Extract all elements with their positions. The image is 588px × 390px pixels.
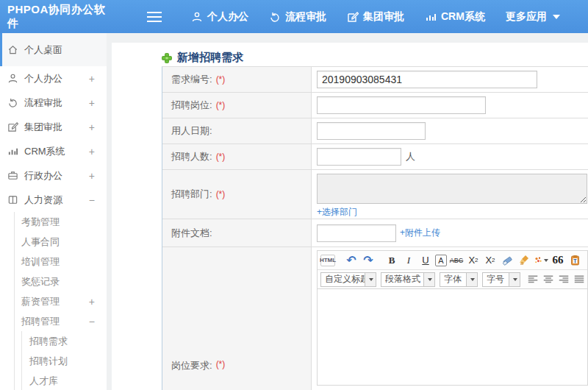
required-mark: (*) bbox=[216, 359, 226, 369]
field-cell bbox=[312, 67, 588, 92]
nav-group-approval[interactable]: 集团审批 bbox=[347, 10, 404, 24]
sidebar-item-admin-office[interactable]: 行政办公 + bbox=[0, 163, 107, 188]
recruit-submenu: 招聘需求 招聘计划 人才库 bbox=[21, 331, 107, 390]
collapse-toggle[interactable]: − bbox=[89, 316, 95, 327]
expand-toggle[interactable]: + bbox=[89, 296, 95, 308]
required-mark: (*) bbox=[216, 152, 226, 162]
sidebar-item-recruit-demand[interactable]: 招聘需求 bbox=[22, 331, 107, 351]
sidebar-item-hr[interactable]: 人力资源 − bbox=[0, 188, 107, 212]
strikethrough-button[interactable]: ABC bbox=[449, 253, 464, 268]
hamburger-menu-icon[interactable] bbox=[147, 12, 162, 22]
expand-toggle[interactable]: + bbox=[89, 170, 95, 182]
plus-icon bbox=[162, 53, 172, 63]
align-justify-icon[interactable] bbox=[574, 274, 584, 286]
headcount-input[interactable] bbox=[317, 148, 401, 166]
field-label: 需求编号: (*) bbox=[162, 67, 312, 92]
nav-more-apps[interactable]: 更多应用 bbox=[506, 10, 560, 24]
edit-icon bbox=[7, 121, 18, 132]
rich-text-editor: HTML ↶ ↷ B I U A ABC X2 X2 bbox=[317, 250, 588, 386]
app-logo: PHPOA协同办公软件 bbox=[0, 3, 110, 31]
field-label: 招聘岗位: (*) bbox=[162, 93, 312, 118]
collapse-toggle[interactable]: − bbox=[89, 194, 95, 206]
demand-no-input[interactable] bbox=[317, 71, 537, 88]
sidebar-item-salary[interactable]: 薪资管理 + bbox=[15, 291, 107, 311]
html-source-button[interactable]: HTML bbox=[320, 255, 335, 266]
font-size-select[interactable]: 字号 bbox=[482, 272, 520, 287]
sidebar-item-recruit-mgmt[interactable]: 招聘管理 − bbox=[15, 311, 107, 331]
nav-label: 更多应用 bbox=[506, 10, 547, 24]
sidebar-item-label: CRM系统 bbox=[24, 145, 65, 158]
form-row-headcount: 招聘人数: (*) 人 bbox=[162, 144, 588, 170]
form-row-hire-date: 用人日期: bbox=[162, 118, 588, 144]
label-text: 用人日期: bbox=[171, 124, 212, 138]
sidebar: 个人桌面 个人办公 + 流程审批 + 集团审批 + CRM系统 + 行政办公 +… bbox=[0, 33, 107, 390]
sidebar-item-desktop[interactable]: 个人桌面 bbox=[0, 33, 107, 66]
nav-personal-office[interactable]: 个人办公 bbox=[191, 10, 248, 24]
paste-template-icon[interactable] bbox=[567, 253, 582, 268]
bar-chart-icon bbox=[7, 146, 18, 157]
label-text: 附件文档: bbox=[171, 227, 212, 240]
subscript-button[interactable]: X2 bbox=[483, 253, 498, 268]
page-title: 新增招聘需求 bbox=[112, 43, 588, 65]
sidebar-item-workflow[interactable]: 流程审批 + bbox=[0, 91, 107, 115]
caret-down-icon bbox=[544, 259, 548, 262]
undo-icon[interactable]: ↶ bbox=[344, 253, 359, 268]
sidebar-item-group-approval[interactable]: 集团审批 + bbox=[0, 115, 107, 139]
edit-icon bbox=[347, 11, 359, 23]
attachment-input[interactable] bbox=[317, 224, 396, 242]
expand-toggle[interactable]: + bbox=[89, 73, 95, 85]
label-text: 岗位要求: bbox=[171, 359, 212, 372]
sidebar-item-personal-office[interactable]: 个人办公 + bbox=[0, 66, 107, 91]
sidebar-item-talent-pool[interactable]: 人才库 bbox=[22, 371, 107, 390]
briefcase-icon bbox=[7, 170, 18, 181]
field-label: 附件文档: bbox=[162, 219, 312, 247]
select-department-link[interactable]: +选择部门 bbox=[317, 206, 357, 219]
nav-label: 流程审批 bbox=[285, 10, 326, 24]
italic-button[interactable]: I bbox=[401, 253, 416, 268]
field-cell: 人 bbox=[312, 144, 588, 169]
paragraph-format-select[interactable]: 段落格式 bbox=[381, 272, 435, 287]
nav-workflow-approval[interactable]: 流程审批 bbox=[269, 10, 326, 24]
book-icon bbox=[7, 194, 18, 205]
align-left-icon[interactable] bbox=[528, 274, 538, 286]
editor-toolbar-row1: HTML ↶ ↷ B I U A ABC X2 X2 bbox=[318, 251, 587, 270]
sidebar-item-training[interactable]: 培训管理 bbox=[15, 252, 107, 272]
attachment-upload-link[interactable]: +附件上传 bbox=[400, 227, 440, 239]
hire-date-input[interactable] bbox=[317, 122, 426, 140]
align-right-icon[interactable] bbox=[559, 274, 569, 286]
clean-format-icon[interactable] bbox=[517, 253, 531, 268]
custom-title-select[interactable]: 自定义标题 bbox=[320, 272, 376, 287]
expand-toggle[interactable]: + bbox=[89, 121, 95, 133]
caret-down-icon bbox=[466, 273, 477, 286]
nav-label: CRM系统 bbox=[441, 10, 485, 24]
align-center-icon[interactable] bbox=[543, 274, 553, 286]
font-style-button[interactable]: A bbox=[435, 255, 447, 266]
eraser-icon[interactable] bbox=[500, 253, 514, 268]
font-family-select[interactable]: 字体 bbox=[440, 272, 478, 287]
sidebar-item-label: 招聘计划 bbox=[29, 355, 68, 368]
headcount-unit: 人 bbox=[406, 150, 415, 163]
sidebar-item-rewards[interactable]: 奖惩记录 bbox=[15, 272, 107, 291]
department-textarea[interactable] bbox=[317, 174, 587, 204]
underline-button[interactable]: U bbox=[418, 253, 433, 268]
sidebar-item-hr-contract[interactable]: 人事合同 bbox=[15, 232, 107, 252]
sidebar-item-attendance[interactable]: 考勤管理 bbox=[15, 212, 107, 232]
field-label: 招聘部门: (*) bbox=[162, 170, 312, 219]
sidebar-item-label: 招聘需求 bbox=[29, 335, 68, 348]
superscript-button[interactable]: X2 bbox=[466, 253, 481, 268]
bold-button[interactable]: B bbox=[384, 253, 399, 268]
position-input[interactable] bbox=[317, 96, 486, 114]
form-row-demand-no: 需求编号: (*) bbox=[162, 67, 588, 93]
blockquote-button[interactable]: 66 bbox=[551, 253, 565, 268]
required-mark: (*) bbox=[216, 100, 226, 110]
editor-content-area[interactable] bbox=[318, 289, 587, 385]
label-text: 招聘部门: bbox=[171, 188, 212, 201]
sidebar-item-recruit-plan[interactable]: 招聘计划 bbox=[22, 351, 107, 371]
expand-toggle[interactable]: + bbox=[89, 97, 95, 109]
expand-toggle[interactable]: + bbox=[89, 146, 95, 157]
field-cell bbox=[312, 118, 588, 143]
nav-crm-system[interactable]: CRM系统 bbox=[425, 10, 485, 24]
format-brush-icon[interactable] bbox=[534, 253, 548, 268]
redo-icon[interactable]: ↷ bbox=[361, 253, 376, 268]
sidebar-item-crm[interactable]: CRM系统 + bbox=[0, 139, 107, 163]
